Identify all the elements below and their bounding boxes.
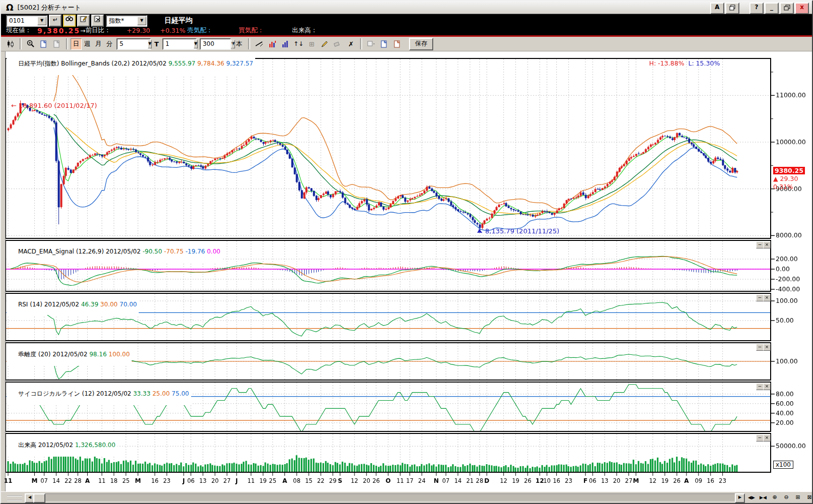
x-axis-label: N (434, 477, 439, 484)
grid-table-icon[interactable]: ⊞ (305, 38, 318, 50)
copy-window-button[interactable] (725, 3, 739, 14)
scrollbar-track[interactable] (25, 493, 743, 501)
scrollbar-thumb[interactable] (33, 493, 45, 503)
resize-grip[interactable] (7, 495, 22, 501)
macd-panel-label: MACD_EMA_Signal (12,26,9) 2012/05/02 -90… (7, 241, 222, 262)
panel-minimize-button[interactable]: − (756, 434, 764, 442)
x-axis-label: 20 (613, 477, 620, 484)
page-next-icon[interactable] (391, 38, 404, 50)
minimize-button[interactable]: _ (765, 3, 779, 14)
app-logo-icon: Ω (6, 3, 13, 13)
chart-canvas[interactable] (1, 51, 812, 492)
chevron-down-icon[interactable]: ▼ (137, 17, 146, 25)
save-button[interactable]: 保存 (409, 38, 433, 50)
x-axis-label: 06 (589, 477, 597, 484)
x-axis-label: 07 (40, 477, 48, 484)
memo-edit-button[interactable] (77, 15, 90, 27)
bars-suffix-button[interactable]: 本 (233, 38, 246, 50)
x-axis-label: 12 (500, 477, 507, 484)
bar-count-combo[interactable]: 300 ▼ (200, 38, 231, 50)
compare-bars-icon[interactable] (266, 38, 279, 50)
x-axis-label: 28 (74, 477, 82, 484)
y-axis-label: 80.00 (776, 390, 794, 398)
zoom-out-button[interactable]: ⊖ (781, 493, 792, 502)
panel-minimize-button[interactable]: − (756, 294, 764, 301)
x-axis-label: A (282, 477, 287, 484)
window-layout-icon[interactable] (365, 38, 378, 50)
copy-page-icon[interactable] (50, 38, 64, 50)
chart-area[interactable]: 日経平均(指数) Bollinger_Bands (20,2) 2012/05/… (1, 51, 812, 492)
x-axis-label: 27 (625, 477, 632, 484)
sort-arrows-icon[interactable]: ↑↓ (292, 38, 305, 50)
x-axis-label: 28 (476, 477, 484, 484)
chevron-down-icon[interactable]: ▼ (148, 40, 152, 48)
x-axis-label: 09 (695, 477, 703, 484)
x-axis-label: 19 (661, 477, 669, 484)
multiplier-combo[interactable]: 1 ▼ (162, 38, 197, 50)
arrow-label: → (80, 27, 85, 34)
x-axis-label: 13 (601, 477, 609, 484)
kairi-panel-label: 乖離度 (20) 2012/05/02 98.16 100.00 (7, 343, 132, 366)
x-axis-label: 12 (536, 477, 544, 484)
eraser-icon[interactable] (331, 38, 344, 50)
layout-grid-button[interactable]: ⊞ (792, 493, 803, 502)
period-minute-button[interactable]: 分 (104, 38, 115, 50)
window-title: [5002] 分析チャート (17, 3, 81, 12)
help-button[interactable]: ? (749, 3, 764, 14)
chevron-down-icon[interactable]: ▼ (194, 40, 198, 48)
x-axis-label: 16 (151, 477, 159, 484)
panel-minimize-button[interactable]: − (756, 344, 764, 351)
panel-minimize-button[interactable]: − (756, 383, 764, 390)
x-axis-label: M (31, 477, 37, 484)
new-page-icon[interactable] (37, 38, 50, 50)
panel-close-button[interactable]: × (763, 241, 771, 248)
enter-button[interactable]: ↵ (49, 15, 62, 27)
x-axis-label: 19 (512, 477, 519, 484)
compress-bars-button[interactable]: ▶◀ (758, 493, 769, 502)
x-axis-label: A (85, 477, 90, 484)
panel-close-button[interactable]: × (763, 434, 771, 442)
expand-bars-button[interactable]: ◀▶ (746, 493, 757, 502)
volume-bars-icon[interactable] (279, 38, 292, 50)
page-prev-icon[interactable] (378, 38, 391, 50)
analysis-chart-window: Ω [5002] 分析チャート A ? _ x 0101 ▼ ↵ 指数* ▼ (0, 0, 813, 504)
x-axis-label: 18 (110, 477, 118, 484)
panel-close-button[interactable]: × (763, 294, 771, 301)
unit-combo[interactable]: 5 ▼ (117, 38, 151, 50)
unit-value: 5 (118, 40, 148, 47)
period-week-button[interactable]: 週 (82, 38, 93, 50)
panel-minimize-button[interactable]: − (756, 241, 764, 248)
period-month-button[interactable]: 月 (93, 38, 104, 50)
font-button[interactable]: A (710, 3, 724, 14)
clear-page-button[interactable] (91, 15, 104, 27)
delete-x-icon[interactable]: ✗ (344, 38, 358, 50)
symbol-code-combo[interactable]: 0101 ▼ (6, 15, 47, 27)
trendline-icon[interactable] (253, 38, 266, 50)
x-axis-label: 25 (269, 477, 276, 484)
panel-close-button[interactable]: × (763, 344, 771, 351)
left-splitter[interactable] (1, 51, 6, 492)
current-price-badge: 9380.25 ▲ 29.30 0.31% (773, 167, 805, 191)
restore-button[interactable] (780, 3, 794, 14)
draw-pencil-icon[interactable] (318, 38, 331, 50)
symbol-type-combo[interactable]: 指数* ▼ (106, 15, 147, 27)
zoom-search-icon[interactable] (24, 38, 37, 50)
period-day-button[interactable]: 日 (71, 38, 82, 50)
close-button[interactable]: x (795, 3, 809, 14)
x-axis-label: 11 (247, 477, 255, 484)
search-binoculars-button[interactable] (63, 15, 76, 27)
y-axis-label: -200.00 (776, 275, 800, 283)
x-axis-label: 26 (372, 477, 380, 484)
panel-close-button[interactable]: × (763, 383, 771, 390)
x-axis-label: 23 (719, 477, 726, 484)
status-bar: ◀ ▶ ◀▶ ▶◀ ⊕ ⊖ ⊞ ⊠ (1, 491, 812, 503)
zoom-in-button[interactable]: ⊕ (769, 493, 780, 502)
scroll-right-button[interactable]: ▶ (735, 493, 745, 503)
title-bar[interactable]: Ω [5002] 分析チャート A ? _ x (1, 1, 812, 14)
close-chart-button[interactable]: ⊠ (804, 493, 813, 502)
rsi-panel-label: RSI (14) 2012/05/02 46.39 30.00 70.00 (7, 294, 139, 315)
y-axis-label: 0.00 (776, 265, 790, 273)
chevron-down-icon[interactable]: ▼ (37, 17, 46, 25)
candlestick-mode-icon[interactable] (4, 38, 17, 50)
symbol-code-value: 0101 (7, 17, 37, 24)
